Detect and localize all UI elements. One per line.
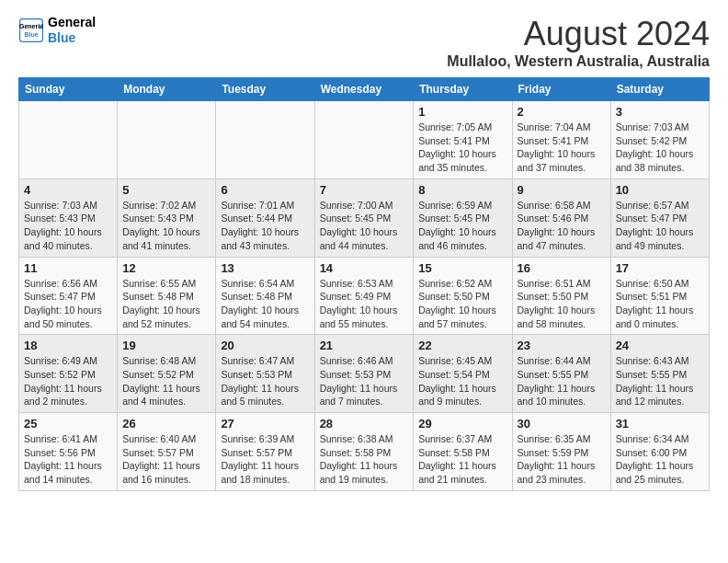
day-number: 1 <box>418 105 506 119</box>
calendar-cell: 28Sunrise: 6:38 AM Sunset: 5:58 PM Dayli… <box>314 413 414 491</box>
calendar-cell: 18Sunrise: 6:49 AM Sunset: 5:52 PM Dayli… <box>19 335 118 413</box>
calendar-cell: 8Sunrise: 6:59 AM Sunset: 5:45 PM Daylig… <box>414 178 512 257</box>
day-number: 24 <box>616 339 704 352</box>
day-info: Sunrise: 7:02 AM Sunset: 5:43 PM Dayligh… <box>122 199 210 253</box>
day-info: Sunrise: 6:37 AM Sunset: 5:58 PM Dayligh… <box>418 432 506 487</box>
calendar-cell: 16Sunrise: 6:51 AM Sunset: 5:50 PM Dayli… <box>512 257 610 335</box>
calendar-table: SundayMondayTuesdayWednesdayThursdayFrid… <box>18 77 710 491</box>
calendar-cell: 27Sunrise: 6:39 AM Sunset: 5:57 PM Dayli… <box>216 413 314 491</box>
day-number: 25 <box>24 417 112 431</box>
day-info: Sunrise: 7:03 AM Sunset: 5:42 PM Dayligh… <box>616 121 704 175</box>
calendar-cell: 20Sunrise: 6:47 AM Sunset: 5:53 PM Dayli… <box>216 335 314 413</box>
day-number: 14 <box>320 261 409 275</box>
day-info: Sunrise: 7:03 AM Sunset: 5:43 PM Dayligh… <box>24 199 112 253</box>
day-number: 4 <box>24 183 112 197</box>
week-row-1: 1Sunrise: 7:05 AM Sunset: 5:41 PM Daylig… <box>19 101 710 179</box>
day-info: Sunrise: 6:41 AM Sunset: 5:56 PM Dayligh… <box>24 432 112 487</box>
calendar-cell <box>314 101 414 179</box>
calendar-cell: 2Sunrise: 7:04 AM Sunset: 5:41 PM Daylig… <box>512 101 610 179</box>
day-number: 16 <box>518 261 606 275</box>
calendar-cell: 24Sunrise: 6:43 AM Sunset: 5:55 PM Dayli… <box>610 335 709 413</box>
day-info: Sunrise: 6:57 AM Sunset: 5:47 PM Dayligh… <box>616 199 704 253</box>
day-info: Sunrise: 6:35 AM Sunset: 5:59 PM Dayligh… <box>518 432 606 487</box>
week-row-4: 18Sunrise: 6:49 AM Sunset: 5:52 PM Dayli… <box>19 335 710 413</box>
day-number: 10 <box>616 183 704 197</box>
day-info: Sunrise: 6:58 AM Sunset: 5:46 PM Dayligh… <box>518 199 606 253</box>
day-info: Sunrise: 6:54 AM Sunset: 5:48 PM Dayligh… <box>221 277 309 331</box>
header-day-tuesday: Tuesday <box>216 78 314 101</box>
day-info: Sunrise: 6:49 AM Sunset: 5:52 PM Dayligh… <box>24 354 112 408</box>
header-day-saturday: Saturday <box>610 78 709 101</box>
calendar-cell: 21Sunrise: 6:46 AM Sunset: 5:53 PM Dayli… <box>314 335 414 413</box>
header-day-thursday: Thursday <box>414 78 512 101</box>
header-day-monday: Monday <box>118 78 216 101</box>
day-number: 18 <box>24 339 112 352</box>
day-number: 29 <box>418 417 506 431</box>
calendar-cell: 19Sunrise: 6:48 AM Sunset: 5:52 PM Dayli… <box>118 335 216 413</box>
logo-line1: General <box>48 15 96 30</box>
day-info: Sunrise: 7:00 AM Sunset: 5:45 PM Dayligh… <box>320 199 409 253</box>
header-day-sunday: Sunday <box>19 78 118 101</box>
day-number: 26 <box>122 417 210 431</box>
day-number: 20 <box>221 339 309 352</box>
day-info: Sunrise: 6:56 AM Sunset: 5:47 PM Dayligh… <box>24 277 112 331</box>
day-number: 3 <box>616 105 704 119</box>
day-number: 28 <box>320 417 409 431</box>
calendar-cell: 25Sunrise: 6:41 AM Sunset: 5:56 PM Dayli… <box>19 413 118 491</box>
day-number: 30 <box>518 417 606 431</box>
day-number: 15 <box>418 261 506 275</box>
day-number: 31 <box>616 417 704 431</box>
day-number: 2 <box>518 105 606 119</box>
calendar-cell: 11Sunrise: 6:56 AM Sunset: 5:47 PM Dayli… <box>19 257 118 335</box>
day-info: Sunrise: 6:40 AM Sunset: 5:57 PM Dayligh… <box>122 432 210 487</box>
calendar-subtitle: Mullaloo, Western Australia, Australia <box>447 53 710 70</box>
calendar-cell: 6Sunrise: 7:01 AM Sunset: 5:44 PM Daylig… <box>216 178 314 257</box>
day-number: 12 <box>122 261 210 275</box>
day-number: 5 <box>122 183 210 197</box>
day-number: 6 <box>221 183 309 197</box>
day-number: 17 <box>616 261 704 275</box>
calendar-cell: 30Sunrise: 6:35 AM Sunset: 5:59 PM Dayli… <box>512 413 610 491</box>
day-info: Sunrise: 6:39 AM Sunset: 5:57 PM Dayligh… <box>221 432 309 487</box>
day-info: Sunrise: 6:47 AM Sunset: 5:53 PM Dayligh… <box>221 354 309 408</box>
calendar-cell <box>19 101 118 179</box>
day-info: Sunrise: 6:59 AM Sunset: 5:45 PM Dayligh… <box>418 199 506 253</box>
day-info: Sunrise: 7:04 AM Sunset: 5:41 PM Dayligh… <box>518 121 606 175</box>
calendar-cell: 15Sunrise: 6:52 AM Sunset: 5:50 PM Dayli… <box>414 257 512 335</box>
logo: General Blue General Blue <box>18 15 96 46</box>
day-number: 19 <box>122 339 210 352</box>
calendar-cell: 4Sunrise: 7:03 AM Sunset: 5:43 PM Daylig… <box>19 178 118 257</box>
day-info: Sunrise: 6:48 AM Sunset: 5:52 PM Dayligh… <box>122 354 210 408</box>
day-info: Sunrise: 6:44 AM Sunset: 5:55 PM Dayligh… <box>518 354 606 408</box>
svg-rect-0 <box>20 18 43 41</box>
day-info: Sunrise: 6:46 AM Sunset: 5:53 PM Dayligh… <box>320 354 409 408</box>
day-info: Sunrise: 6:43 AM Sunset: 5:55 PM Dayligh… <box>616 354 704 408</box>
day-info: Sunrise: 7:05 AM Sunset: 5:41 PM Dayligh… <box>418 121 506 175</box>
day-number: 9 <box>518 183 606 197</box>
day-number: 27 <box>221 417 309 431</box>
calendar-cell: 3Sunrise: 7:03 AM Sunset: 5:42 PM Daylig… <box>610 101 709 179</box>
header-day-wednesday: Wednesday <box>314 78 414 101</box>
day-number: 7 <box>320 183 409 197</box>
calendar-cell: 29Sunrise: 6:37 AM Sunset: 5:58 PM Dayli… <box>414 413 512 491</box>
day-number: 11 <box>24 261 112 275</box>
day-info: Sunrise: 6:34 AM Sunset: 6:00 PM Dayligh… <box>616 432 704 487</box>
day-number: 8 <box>418 183 506 197</box>
day-number: 21 <box>320 339 409 352</box>
day-info: Sunrise: 6:52 AM Sunset: 5:50 PM Dayligh… <box>418 277 506 331</box>
calendar-cell: 17Sunrise: 6:50 AM Sunset: 5:51 PM Dayli… <box>610 257 709 335</box>
header-row: SundayMondayTuesdayWednesdayThursdayFrid… <box>19 78 710 101</box>
day-info: Sunrise: 7:01 AM Sunset: 5:44 PM Dayligh… <box>221 199 309 253</box>
day-info: Sunrise: 6:45 AM Sunset: 5:54 PM Dayligh… <box>418 354 506 408</box>
svg-text:Blue: Blue <box>24 31 38 38</box>
calendar-cell: 1Sunrise: 7:05 AM Sunset: 5:41 PM Daylig… <box>414 101 512 179</box>
page-header: General Blue General Blue August 2024 Mu… <box>18 15 710 70</box>
day-info: Sunrise: 6:50 AM Sunset: 5:51 PM Dayligh… <box>616 277 704 331</box>
day-info: Sunrise: 6:55 AM Sunset: 5:48 PM Dayligh… <box>122 277 210 331</box>
title-block: August 2024 Mullaloo, Western Australia,… <box>447 15 710 70</box>
calendar-title: August 2024 <box>447 15 710 53</box>
day-number: 23 <box>518 339 606 352</box>
calendar-header: SundayMondayTuesdayWednesdayThursdayFrid… <box>19 78 710 101</box>
calendar-cell: 5Sunrise: 7:02 AM Sunset: 5:43 PM Daylig… <box>118 178 216 257</box>
week-row-5: 25Sunrise: 6:41 AM Sunset: 5:56 PM Dayli… <box>19 413 710 491</box>
